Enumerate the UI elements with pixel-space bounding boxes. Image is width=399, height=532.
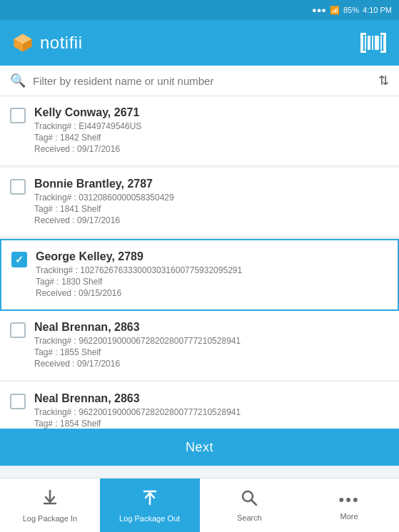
package-info: Bonnie Brantley, 2787Tracking# : 0312086… xyxy=(34,178,389,227)
log-in-icon xyxy=(41,488,59,511)
package-checkbox[interactable] xyxy=(10,179,26,195)
package-item[interactable]: Kelly Conway, 2671Tracking# : EI44974954… xyxy=(0,96,399,166)
package-tag-location: Tag# : 1841 Shelf xyxy=(34,204,389,214)
nav-search-icon xyxy=(241,489,258,511)
nav-more[interactable]: ••• More xyxy=(299,479,399,532)
nav-log-in-label: Log Package In xyxy=(23,514,77,523)
package-name: Kelly Conway, 2671 xyxy=(34,106,389,119)
svg-rect-8 xyxy=(375,36,379,50)
svg-rect-5 xyxy=(365,36,366,50)
nav-search[interactable]: Search xyxy=(200,479,300,532)
svg-rect-6 xyxy=(368,36,370,50)
svg-rect-18 xyxy=(384,47,386,53)
package-checkbox[interactable] xyxy=(10,322,26,338)
package-item[interactable]: Bonnie Brantley, 2787Tracking# : 0312086… xyxy=(0,168,399,237)
package-info: Neal Brennan, 2863Tracking# : 9622001900… xyxy=(34,321,389,370)
search-input[interactable] xyxy=(33,75,371,87)
package-received: Received : 09/17/2016 xyxy=(34,144,389,154)
package-info: George Kelley, 2789Tracking# : 102762676… xyxy=(36,250,388,300)
package-tracking: Tracking# : 9622001900006728202800777210… xyxy=(34,336,389,346)
battery-label: 85% xyxy=(343,6,359,14)
nav-more-label: More xyxy=(340,512,358,521)
wifi-icon: 📶 xyxy=(330,6,340,15)
nav-log-out-label: Log Package Out xyxy=(119,514,180,523)
package-name: Bonnie Brantley, 2787 xyxy=(34,178,389,190)
package-item[interactable]: George Kelley, 2789Tracking# : 102762676… xyxy=(0,239,399,311)
svg-rect-14 xyxy=(384,33,386,39)
next-button[interactable]: Next xyxy=(0,429,399,466)
nav-log-package-out[interactable]: Log Package Out xyxy=(100,479,200,532)
log-out-icon xyxy=(141,488,159,511)
package-info: Kelly Conway, 2671Tracking# : EI44974954… xyxy=(34,106,389,155)
nav-more-icon: ••• xyxy=(339,491,360,509)
logo: notifii xyxy=(11,31,83,54)
package-name: George Kelley, 2789 xyxy=(36,250,388,263)
time-label: 4:10 PM xyxy=(363,6,392,14)
package-tracking: Tracking# : 03120860000058350429 xyxy=(34,193,389,203)
package-checkbox[interactable] xyxy=(10,394,26,409)
search-bar: 🔍 ⇅ xyxy=(0,66,399,96)
svg-rect-9 xyxy=(380,36,382,50)
package-tag-location: Tag# : 1842 Shelf xyxy=(34,133,389,143)
package-checkbox[interactable] xyxy=(10,108,26,123)
signal-icon: ●●● xyxy=(312,6,326,14)
package-tag-location: Tag# : 1855 Shelf xyxy=(34,347,389,357)
package-tracking: Tracking# : 9622001900006728202800777210… xyxy=(34,407,389,417)
package-checkbox[interactable] xyxy=(11,252,27,267)
sort-icon[interactable]: ⇅ xyxy=(378,73,389,88)
search-icon: 🔍 xyxy=(10,73,26,88)
package-received: Received : 09/17/2016 xyxy=(34,215,389,225)
package-tracking: Tracking# : 1027626763330003031600775932… xyxy=(36,265,388,275)
svg-rect-12 xyxy=(360,33,363,39)
package-tracking: Tracking# : EI449749546US xyxy=(34,121,389,131)
package-received: Received : 09/15/2016 xyxy=(36,288,388,298)
package-info: Neal Brennan, 2863Tracking# : 9622001900… xyxy=(34,392,389,429)
svg-rect-16 xyxy=(360,47,363,53)
status-bar: ●●● 📶 85% 4:10 PM xyxy=(0,0,399,20)
logo-cube-icon xyxy=(11,31,34,54)
bottom-nav: Log Package In Log Package Out Search ••… xyxy=(0,478,399,532)
package-list: Kelly Conway, 2671Tracking# : EI44974954… xyxy=(0,96,399,429)
package-name: Neal Brennan, 2863 xyxy=(34,392,389,405)
svg-rect-7 xyxy=(372,36,373,50)
svg-line-22 xyxy=(251,500,256,505)
logo-text: notifii xyxy=(40,33,83,53)
status-icons: ●●● 📶 85% 4:10 PM xyxy=(312,6,392,15)
package-item[interactable]: Neal Brennan, 2863Tracking# : 9622001900… xyxy=(0,311,399,381)
package-name: Neal Brennan, 2863 xyxy=(34,321,389,334)
nav-log-package-in[interactable]: Log Package In xyxy=(0,479,100,532)
scan-icon[interactable] xyxy=(359,29,388,57)
package-tag-location: Tag# : 1854 Shelf xyxy=(34,419,389,429)
package-received: Received : 09/17/2016 xyxy=(34,359,389,369)
header: notifii xyxy=(0,20,399,66)
package-tag-location: Tag# : 1830 Shelf xyxy=(36,277,388,287)
package-item[interactable]: Neal Brennan, 2863Tracking# : 9622001900… xyxy=(0,382,399,429)
nav-search-label: Search xyxy=(237,513,262,522)
